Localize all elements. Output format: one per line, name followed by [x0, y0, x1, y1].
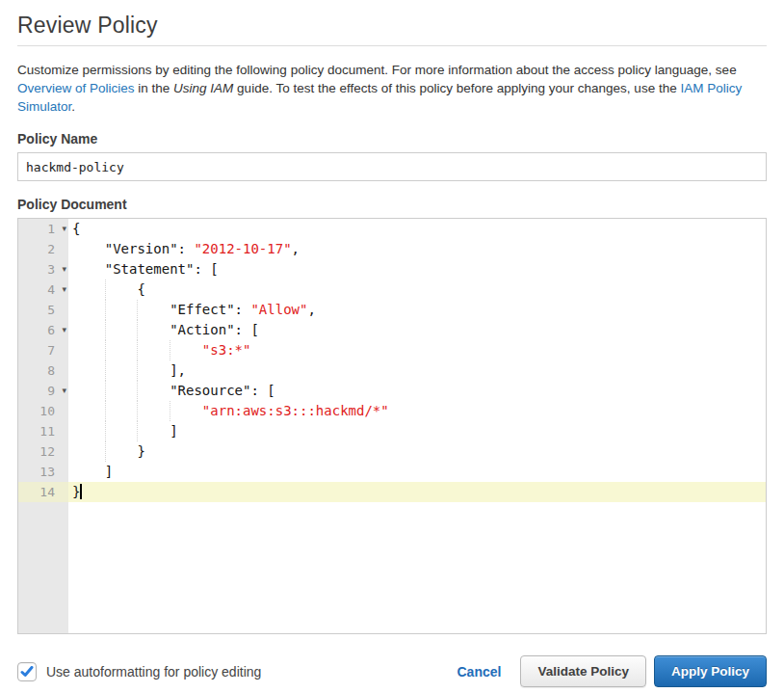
editor-gutter: 1▾23▾4▾56▾789▾1011121314 — [18, 219, 68, 633]
gutter-line-number: 7 — [18, 340, 68, 360]
indent-guide — [137, 421, 138, 441]
indent-guide — [105, 280, 106, 300]
code-line[interactable]: "arn:aws:s3:::hackmd/*" — [68, 401, 766, 421]
code-line[interactable]: "Resource": [ — [68, 381, 766, 401]
apply-policy-button[interactable]: Apply Policy — [654, 655, 767, 687]
gutter-line-number: 5 — [18, 300, 68, 320]
checkmark-icon — [20, 666, 34, 678]
code-line[interactable]: "Statement": [ — [68, 259, 766, 280]
indent-guide — [105, 300, 106, 320]
autoformat-option[interactable]: Use autoformatting for policy editing — [17, 662, 261, 681]
validate-policy-button[interactable]: Validate Policy — [520, 655, 646, 687]
intro-part2: in the — [135, 81, 174, 95]
indent-guide — [105, 320, 106, 340]
gutter-line-number: 2 — [18, 239, 68, 259]
title-divider — [17, 45, 767, 46]
gutter-line-number: 13 — [18, 462, 68, 482]
policy-name-label: Policy Name — [17, 131, 767, 147]
indent-guide — [105, 441, 106, 462]
gutter-line-number: 1▾ — [18, 219, 68, 239]
fold-arrow-icon[interactable]: ▾ — [62, 320, 66, 340]
gutter-line-number: 10 — [18, 401, 68, 421]
intro-text: Customize permissions by editing the fol… — [17, 61, 767, 116]
indent-guide — [137, 320, 138, 340]
gutter-line-number: 9▾ — [18, 381, 68, 401]
code-line[interactable]: { — [68, 280, 766, 300]
indent-guide — [105, 421, 106, 441]
indent-guide — [170, 401, 170, 421]
indent-guide — [105, 340, 106, 360]
fold-arrow-icon[interactable]: ▾ — [62, 219, 66, 239]
gutter-line-number: 12 — [18, 441, 68, 462]
code-line[interactable]: "Action": [ — [68, 320, 766, 340]
autoformat-checkbox[interactable] — [17, 662, 37, 681]
fold-arrow-icon[interactable]: ▾ — [62, 280, 66, 300]
review-policy-page: Review Policy Customize permissions by e… — [0, 0, 784, 687]
autoformat-label: Use autoformatting for policy editing — [46, 664, 261, 680]
code-line[interactable]: ] — [68, 462, 766, 482]
indent-guide — [137, 401, 138, 421]
gutter-line-number: 11 — [18, 421, 68, 441]
indent-guide — [105, 360, 106, 381]
fold-arrow-icon[interactable]: ▾ — [62, 259, 66, 280]
policy-document-editor[interactable]: 1▾23▾4▾56▾789▾1011121314 { "Version": "2… — [17, 218, 767, 634]
policy-document-label: Policy Document — [17, 197, 767, 212]
indent-guide — [137, 300, 138, 320]
gutter-line-number: 14 — [18, 482, 68, 502]
code-line[interactable]: } — [68, 482, 766, 502]
indent-guide — [137, 381, 138, 401]
code-line[interactable]: "Effect": "Allow", — [68, 300, 766, 320]
footer-bar: Use autoformatting for policy editing Ca… — [17, 655, 767, 687]
code-line[interactable]: ], — [68, 360, 766, 381]
code-line[interactable]: { — [68, 219, 766, 239]
code-line[interactable]: } — [68, 441, 766, 462]
indent-guide — [137, 360, 138, 381]
editor-code-area[interactable]: { "Version": "2012-10-17", "Statement": … — [68, 219, 766, 633]
guide-name: Using IAM — [173, 81, 233, 95]
code-line[interactable]: "Version": "2012-10-17", — [68, 239, 766, 259]
gutter-line-number: 3▾ — [18, 259, 68, 280]
gutter-line-number: 8 — [18, 360, 68, 381]
gutter-line-number: 4▾ — [18, 280, 68, 300]
indent-guide — [170, 340, 170, 360]
policy-name-input[interactable] — [17, 152, 767, 181]
cancel-button[interactable]: Cancel — [457, 664, 502, 680]
intro-part1: Customize permissions by editing the fol… — [17, 63, 737, 77]
text-cursor — [80, 484, 82, 499]
code-line[interactable]: ] — [68, 421, 766, 441]
intro-part4: . — [71, 99, 75, 114]
indent-guide — [105, 401, 106, 421]
footer-actions: Cancel Validate Policy Apply Policy — [457, 655, 768, 687]
code-line[interactable]: "s3:*" — [68, 340, 766, 360]
page-title: Review Policy — [17, 12, 767, 39]
gutter-line-number: 6▾ — [18, 320, 68, 340]
fold-arrow-icon[interactable]: ▾ — [62, 381, 66, 401]
indent-guide — [105, 381, 106, 401]
overview-of-policies-link[interactable]: Overview of Policies — [17, 81, 135, 95]
intro-part3: guide. To test the effects of this polic… — [233, 81, 680, 95]
indent-guide — [137, 340, 138, 360]
